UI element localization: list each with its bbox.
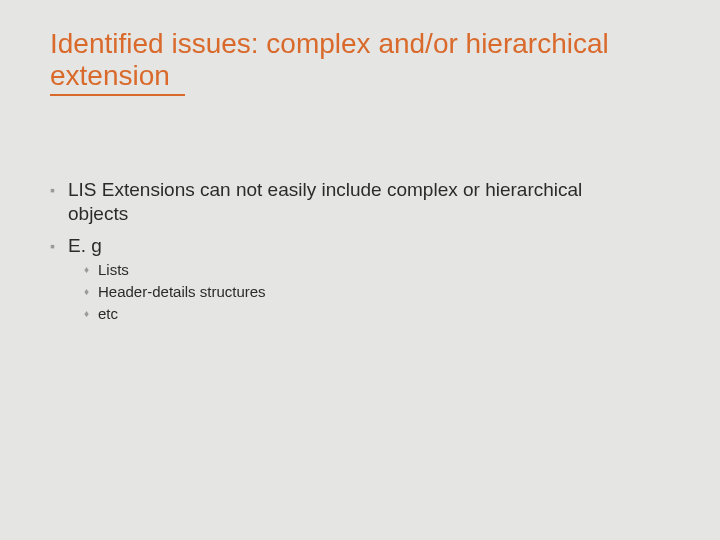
list-item: Header-details structures bbox=[68, 282, 628, 302]
slide: Identified issues: complex and/or hierar… bbox=[0, 0, 720, 540]
list-item: E. g Lists Header-details structures etc bbox=[50, 234, 628, 325]
list-item-text: Lists bbox=[98, 261, 129, 278]
title-underline bbox=[50, 94, 185, 96]
list-item-text: Header-details structures bbox=[98, 283, 266, 300]
bullet-list-level2: Lists Header-details structures etc bbox=[68, 260, 628, 325]
list-item-text: E. g bbox=[68, 235, 102, 256]
list-item-text: etc bbox=[98, 305, 118, 322]
list-item: LIS Extensions can not easily include co… bbox=[50, 178, 628, 226]
list-item: etc bbox=[68, 304, 628, 324]
slide-body: LIS Extensions can not easily include co… bbox=[50, 178, 670, 324]
list-item: Lists bbox=[68, 260, 628, 280]
bullet-list-level1: LIS Extensions can not easily include co… bbox=[50, 178, 670, 324]
slide-title: Identified issues: complex and/or hierar… bbox=[50, 28, 650, 92]
list-item-text: LIS Extensions can not easily include co… bbox=[68, 179, 582, 224]
